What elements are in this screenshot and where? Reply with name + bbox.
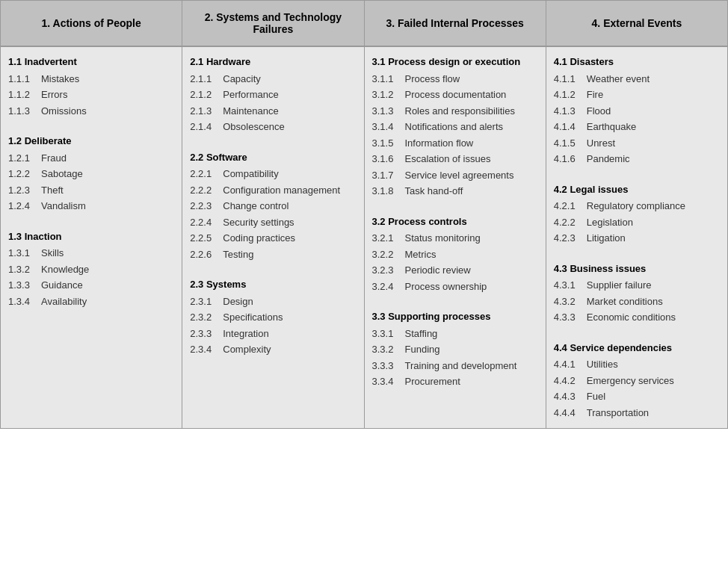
item-number: 4.1.4 xyxy=(554,120,587,134)
item-label: Escalation of issues xyxy=(405,152,491,167)
list-item: 3.2.3Periodic review xyxy=(372,262,538,279)
item-number: 4.3.2 xyxy=(554,294,587,309)
item-number: 4.1.1 xyxy=(554,72,587,87)
item-number: 4.1.5 xyxy=(554,136,587,151)
list-item: 1.3.1Skills xyxy=(8,245,174,261)
list-item: 4.2.2Legislation xyxy=(554,214,720,231)
list-item: 2.3.4Complexity xyxy=(190,341,356,358)
item-label: Fuel xyxy=(587,389,605,404)
list-item: 4.4.4Transportation xyxy=(554,405,720,421)
list-item: 1.3.4Availability xyxy=(8,294,174,310)
item-number: 3.1.3 xyxy=(372,104,405,119)
content-col-3: 3.1 Process design or execution3.1.1Proc… xyxy=(365,47,546,428)
item-number: 1.3.2 xyxy=(8,262,41,277)
item-label: Weather event xyxy=(587,72,650,87)
item-number: 2.1.3 xyxy=(190,104,223,119)
list-item: 4.3.3Economic conditions xyxy=(554,309,720,326)
list-item: 3.3.2Funding xyxy=(372,341,538,358)
list-item: 2.3.2Specifications xyxy=(190,309,356,326)
list-item: 2.2.3Change control xyxy=(190,198,356,214)
section-header-4-4: 4.4 Service dependencies xyxy=(554,341,720,356)
item-number: 4.1.6 xyxy=(554,152,587,167)
item-label: Supplier failure xyxy=(587,278,652,293)
item-label: Design xyxy=(223,294,253,309)
list-item: 1.2.4Vandalism xyxy=(8,198,174,214)
list-item: 2.1.1Capacity xyxy=(190,71,356,87)
item-label: Mistakes xyxy=(41,72,79,87)
item-number: 2.3.3 xyxy=(190,326,223,341)
list-item: 3.1.3Roles and responsibilities xyxy=(372,103,538,120)
section-header-1-1: 1.1 Inadvertent xyxy=(8,55,174,69)
item-label: Status monitoring xyxy=(405,231,481,246)
header-col-4: 4. External Events xyxy=(546,1,727,46)
item-label: Fraud xyxy=(41,151,67,166)
content-col-2: 2.1 Hardware2.1.1Capacity2.1.2Performanc… xyxy=(182,47,364,428)
item-number: 2.1.4 xyxy=(190,120,223,134)
item-number: 2.2.6 xyxy=(190,247,223,262)
list-item: 1.3.3Guidance xyxy=(8,277,174,294)
item-label: Compatibility xyxy=(223,167,278,182)
section-header-3-3: 3.3 Supporting processes xyxy=(372,309,538,324)
item-label: Staffing xyxy=(405,326,438,341)
item-label: Transportation xyxy=(587,406,649,421)
item-number: 3.1.2 xyxy=(372,87,405,102)
list-item: 4.2.1Regulatory compliance xyxy=(554,198,720,214)
section-header-3-2: 3.2 Process controls xyxy=(372,214,538,229)
list-item: 3.3.4Procurement xyxy=(372,374,538,390)
list-item: 3.1.4Notifications and alerts xyxy=(372,119,538,135)
item-number: 1.3.4 xyxy=(8,294,41,309)
item-label: Economic conditions xyxy=(587,310,676,325)
header-col-2: 2. Systems and Technology Failures xyxy=(182,1,364,46)
list-item: 1.1.1Mistakes xyxy=(8,71,174,87)
item-number: 3.3.2 xyxy=(372,342,405,357)
item-label: Integration xyxy=(223,326,268,341)
list-item: 4.3.1Supplier failure xyxy=(554,277,720,294)
section-header-2-3: 2.3 Systems xyxy=(190,277,356,292)
item-label: Periodic review xyxy=(405,263,471,278)
item-label: Errors xyxy=(41,87,67,102)
list-item: 1.1.2Errors xyxy=(8,87,174,103)
item-label: Knowledge xyxy=(41,262,89,277)
item-label: Service level agreements xyxy=(405,168,514,183)
list-item: 3.1.2Process documentation xyxy=(372,87,538,103)
item-number: 1.2.3 xyxy=(8,183,41,198)
item-number: 4.3.1 xyxy=(554,278,587,293)
item-label: Process flow xyxy=(405,72,460,87)
list-item: 3.2.2Metrics xyxy=(372,247,538,263)
item-label: Obsolescence xyxy=(223,120,284,134)
section-header-3-1: 3.1 Process design or execution xyxy=(372,55,538,69)
item-number: 2.2.5 xyxy=(190,231,223,246)
item-label: Pandemic xyxy=(587,152,630,167)
item-number: 4.1.2 xyxy=(554,87,587,102)
item-number: 1.1.1 xyxy=(8,72,41,87)
item-number: 2.2.1 xyxy=(190,167,223,182)
item-number: 2.3.1 xyxy=(190,294,223,309)
item-number: 2.2.2 xyxy=(190,183,223,198)
list-item: 4.3.2Market conditions xyxy=(554,294,720,310)
list-item: 1.1.3Omissions xyxy=(8,103,174,120)
item-number: 3.3.4 xyxy=(372,374,405,389)
item-label: Notifications and alerts xyxy=(405,120,504,134)
list-item: 2.3.3Integration xyxy=(190,326,356,342)
item-label: Sabotage xyxy=(41,167,83,182)
section-header-2-1: 2.1 Hardware xyxy=(190,55,356,69)
item-label: Task hand-off xyxy=(405,184,463,199)
item-number: 4.2.3 xyxy=(554,231,587,246)
item-number: 4.4.3 xyxy=(554,389,587,404)
item-number: 1.1.2 xyxy=(8,87,41,102)
item-number: 4.1.3 xyxy=(554,104,587,119)
list-item: 4.4.3Fuel xyxy=(554,388,720,405)
list-item: 1.2.1Fraud xyxy=(8,150,174,167)
list-item: 4.4.1Utilities xyxy=(554,356,720,373)
list-item: 2.1.4Obsolescence xyxy=(190,119,356,135)
item-label: Skills xyxy=(41,246,64,261)
item-label: Guidance xyxy=(41,278,83,293)
section-header-4-2: 4.2 Legal issues xyxy=(554,182,720,197)
item-number: 4.3.3 xyxy=(554,310,587,325)
item-label: Regulatory compliance xyxy=(587,199,685,214)
item-number: 4.4.1 xyxy=(554,357,587,372)
item-number: 3.2.3 xyxy=(372,263,405,278)
item-number: 3.1.8 xyxy=(372,184,405,199)
list-item: 2.2.5Coding practices xyxy=(190,230,356,247)
item-number: 3.2.2 xyxy=(372,247,405,262)
